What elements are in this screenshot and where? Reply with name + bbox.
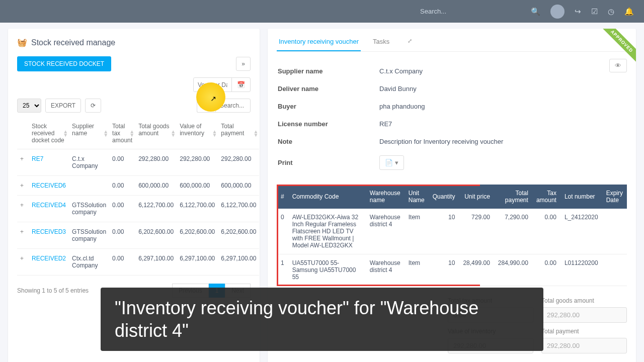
refresh-button[interactable]: ⟳ — [85, 99, 101, 113]
basket-icon: 🧺 — [17, 38, 27, 47]
goods-cell: 6,297,100.00 — [135, 249, 177, 276]
buyer-value: pha phanduong — [379, 98, 626, 115]
expand-icon[interactable]: + — [20, 228, 26, 235]
supplier-cell — [69, 176, 109, 196]
view-button[interactable]: 👁 — [609, 59, 627, 72]
expand-icon[interactable]: + — [20, 182, 26, 189]
global-search[interactable] — [420, 8, 521, 15]
col-item-lot: Lot number — [560, 185, 602, 209]
item-row: 1 UA55TU7000 55-Samsung UA55TU7000 55 Wa… — [277, 254, 627, 286]
supplier-value: C.t.x Company — [379, 63, 626, 79]
col-item-unit: Unit Name — [405, 185, 429, 209]
col-inventory[interactable]: Value of inventory▲▼ — [177, 118, 218, 149]
license-label: License number — [278, 116, 378, 132]
topbar: 🔍 ↪ ☑ ◷ 🔔 — [0, 0, 644, 23]
goods-cell: 6,122,700.00 — [135, 196, 177, 222]
print-label: Print — [278, 151, 378, 174]
col-item-num: # — [277, 185, 288, 209]
bell-icon[interactable]: 🔔 — [624, 7, 634, 16]
total-pay-input — [541, 338, 627, 353]
table-row[interactable]: + RECEIVED4 GTSSolution company 0.00 6,1… — [17, 196, 259, 222]
table-row[interactable]: + RE7 C.t.x Company 0.00 292,280.00 292,… — [17, 149, 259, 176]
expand-icon[interactable]: + — [20, 202, 26, 209]
check-icon[interactable]: ☑ — [591, 7, 598, 16]
share-icon[interactable]: ↪ — [575, 7, 581, 16]
col-item-payment: Total payment — [494, 185, 532, 209]
table-search-icon[interactable]: 🔍 — [197, 98, 215, 113]
total-pay-label: Total payment — [541, 328, 627, 335]
supplier-cell: Ctx.cl.td Company — [69, 249, 109, 276]
search-icon[interactable]: 🔍 — [531, 7, 540, 16]
expand-icon[interactable]: + — [20, 155, 26, 162]
inventory-cell: 292,280.00 — [177, 149, 218, 176]
table-search-input[interactable] — [215, 99, 251, 113]
expand-icon[interactable]: ⤢ — [408, 38, 412, 51]
col-item-expiry: Expiry Date — [602, 185, 627, 209]
col-supplier[interactable]: Supplier name▲▼ — [69, 118, 109, 149]
expand-icon[interactable]: + — [20, 255, 26, 262]
export-button[interactable]: EXPORT — [45, 99, 81, 113]
payment-cell: 292,280.00 — [218, 149, 259, 176]
goods-cell: 600,000.00 — [135, 176, 177, 196]
note-label: Note — [278, 133, 378, 150]
print-button[interactable]: 📄 ▾ — [379, 155, 404, 170]
items-table: # Commodity Code Warehouse name Unit Nam… — [277, 185, 627, 286]
goods-cell: 292,280.00 — [135, 149, 177, 176]
total-goods-label: Total goods amount — [541, 297, 627, 304]
inventory-cell: 6,297,100.00 — [177, 249, 218, 276]
docket-code[interactable]: RECEIVED2 — [29, 249, 69, 276]
col-item-price: Unit price — [459, 185, 494, 209]
supplier-label: Supplier name — [278, 63, 378, 79]
new-docket-button[interactable]: STOCK RECEIVED DOCKET — [17, 56, 111, 71]
calendar-icon[interactable]: 📅 — [231, 78, 250, 92]
docket-code[interactable]: RECEIVED6 — [29, 176, 69, 196]
clock-icon[interactable]: ◷ — [608, 7, 614, 16]
deliver-label: Deliver name — [278, 80, 378, 97]
video-caption: "Inventory receiving voucher" for "Wareh… — [101, 288, 543, 351]
col-code[interactable]: Stock received docket code▲▼ — [29, 118, 69, 149]
supplier-cell: GTSSolution company — [69, 196, 109, 222]
dockets-table: Stock received docket code▲▼ Supplier na… — [17, 118, 259, 276]
tax-cell: 0.00 — [109, 176, 135, 196]
inventory-cell: 6,202,600.00 — [177, 222, 218, 249]
search-input[interactable] — [420, 8, 521, 15]
docket-code[interactable]: RECEIVED3 — [29, 222, 69, 249]
topbar-icons: 🔍 ↪ ☑ ◷ 🔔 — [531, 5, 634, 19]
date-input[interactable] — [194, 78, 231, 92]
page-title-text: Stock received manage — [31, 38, 115, 47]
docket-code[interactable]: RE7 — [29, 149, 69, 176]
payment-cell: 6,297,100.00 — [218, 249, 259, 276]
chevron-button[interactable]: » — [236, 57, 251, 71]
docket-code[interactable]: RECEIVED4 — [29, 196, 69, 222]
page-size-select[interactable]: 25 — [17, 99, 41, 113]
tab-voucher[interactable]: Inventory receiving voucher — [277, 38, 361, 51]
date-filter[interactable]: 📅 — [193, 77, 251, 92]
table-row[interactable]: + RECEIVED2 Ctx.cl.td Company 0.00 6,297… — [17, 249, 259, 276]
deliver-value: David Bunny — [379, 80, 626, 97]
col-tax[interactable]: Total tax amount▲▼ — [109, 118, 135, 149]
tab-tasks[interactable]: Tasks — [371, 38, 391, 51]
supplier-cell: C.t.x Company — [69, 149, 109, 176]
table-row[interactable]: + RECEIVED6 0.00 600,000.00 600,000.00 6… — [17, 176, 259, 196]
note-value: Description for Inventory receiving vouc… — [379, 133, 626, 150]
license-value: RE7 — [379, 116, 626, 132]
table-row[interactable]: + RECEIVED3 GTSSolution company 0.00 6,2… — [17, 222, 259, 249]
page-title: 🧺 Stock received manage — [17, 38, 251, 47]
buyer-label: Buyer — [278, 98, 378, 115]
avatar[interactable] — [550, 5, 565, 19]
col-payment[interactable]: Total payment▲▼ — [218, 118, 259, 149]
inventory-cell: 6,122,700.00 — [177, 196, 218, 222]
tax-cell: 0.00 — [109, 249, 135, 276]
total-goods-input — [541, 307, 627, 323]
col-item-code: Commodity Code — [288, 185, 366, 209]
payment-cell: 6,202,600.00 — [218, 222, 259, 249]
tabs: Inventory receiving voucher Tasks ⤢ — [277, 38, 627, 52]
tax-cell: 0.00 — [109, 196, 135, 222]
col-item-tax: Tax amount — [532, 185, 560, 209]
inventory-cell: 600,000.00 — [177, 176, 218, 196]
item-row: 0 AW-LED32GKX-Aiwa 32 Inch Regular Frame… — [277, 209, 627, 254]
payment-cell: 6,122,700.00 — [218, 196, 259, 222]
showing-text: Showing 1 to 5 of 5 entries — [17, 287, 89, 294]
tax-cell: 0.00 — [109, 222, 135, 249]
col-goods[interactable]: Total goods amount▲▼ — [135, 118, 177, 149]
